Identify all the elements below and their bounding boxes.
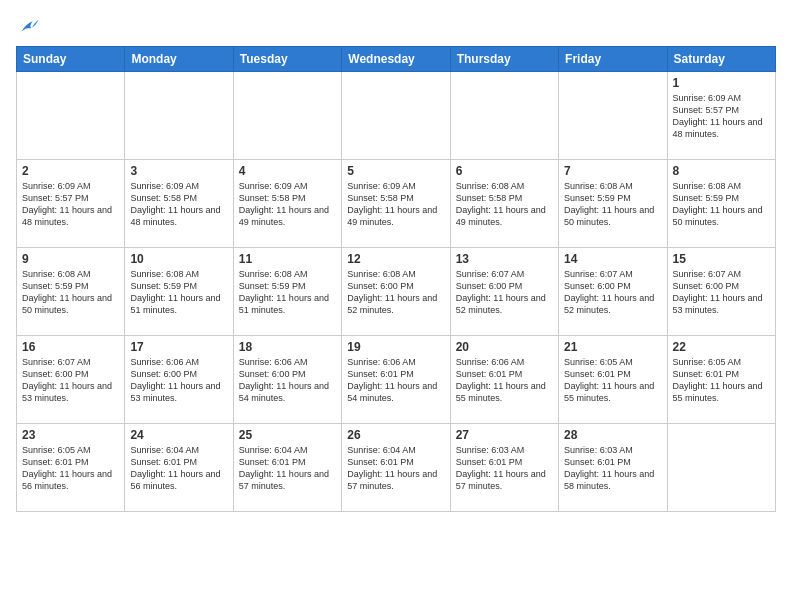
day-number: 13 [456, 252, 553, 266]
calendar-day-cell: 10Sunrise: 6:08 AM Sunset: 5:59 PM Dayli… [125, 248, 233, 336]
calendar-day-cell: 24Sunrise: 6:04 AM Sunset: 6:01 PM Dayli… [125, 424, 233, 512]
calendar-day-cell: 5Sunrise: 6:09 AM Sunset: 5:58 PM Daylig… [342, 160, 450, 248]
calendar-day-cell [342, 72, 450, 160]
day-number: 11 [239, 252, 336, 266]
day-number: 26 [347, 428, 444, 442]
calendar-week-row: 2Sunrise: 6:09 AM Sunset: 5:57 PM Daylig… [17, 160, 776, 248]
day-number: 14 [564, 252, 661, 266]
calendar-header-row: SundayMondayTuesdayWednesdayThursdayFrid… [17, 47, 776, 72]
day-number: 24 [130, 428, 227, 442]
day-info: Sunrise: 6:03 AM Sunset: 6:01 PM Dayligh… [456, 444, 553, 493]
calendar-week-row: 16Sunrise: 6:07 AM Sunset: 6:00 PM Dayli… [17, 336, 776, 424]
calendar-day-cell [559, 72, 667, 160]
calendar-day-cell: 7Sunrise: 6:08 AM Sunset: 5:59 PM Daylig… [559, 160, 667, 248]
day-number: 15 [673, 252, 770, 266]
day-info: Sunrise: 6:06 AM Sunset: 6:00 PM Dayligh… [130, 356, 227, 405]
day-info: Sunrise: 6:08 AM Sunset: 5:59 PM Dayligh… [239, 268, 336, 317]
weekday-header: Thursday [450, 47, 558, 72]
day-number: 1 [673, 76, 770, 90]
page-header [16, 16, 776, 38]
calendar-day-cell: 14Sunrise: 6:07 AM Sunset: 6:00 PM Dayli… [559, 248, 667, 336]
day-number: 10 [130, 252, 227, 266]
calendar-day-cell: 9Sunrise: 6:08 AM Sunset: 5:59 PM Daylig… [17, 248, 125, 336]
day-number: 4 [239, 164, 336, 178]
calendar-day-cell: 3Sunrise: 6:09 AM Sunset: 5:58 PM Daylig… [125, 160, 233, 248]
calendar-day-cell: 23Sunrise: 6:05 AM Sunset: 6:01 PM Dayli… [17, 424, 125, 512]
calendar-day-cell: 16Sunrise: 6:07 AM Sunset: 6:00 PM Dayli… [17, 336, 125, 424]
calendar-day-cell: 22Sunrise: 6:05 AM Sunset: 6:01 PM Dayli… [667, 336, 775, 424]
logo [16, 16, 40, 38]
calendar-week-row: 1Sunrise: 6:09 AM Sunset: 5:57 PM Daylig… [17, 72, 776, 160]
day-info: Sunrise: 6:04 AM Sunset: 6:01 PM Dayligh… [347, 444, 444, 493]
calendar-day-cell: 28Sunrise: 6:03 AM Sunset: 6:01 PM Dayli… [559, 424, 667, 512]
calendar-day-cell: 21Sunrise: 6:05 AM Sunset: 6:01 PM Dayli… [559, 336, 667, 424]
day-info: Sunrise: 6:08 AM Sunset: 5:59 PM Dayligh… [673, 180, 770, 229]
day-number: 3 [130, 164, 227, 178]
day-number: 12 [347, 252, 444, 266]
calendar-day-cell: 20Sunrise: 6:06 AM Sunset: 6:01 PM Dayli… [450, 336, 558, 424]
calendar-day-cell [17, 72, 125, 160]
day-number: 23 [22, 428, 119, 442]
calendar-day-cell: 4Sunrise: 6:09 AM Sunset: 5:58 PM Daylig… [233, 160, 341, 248]
logo-bird-icon [18, 16, 40, 38]
day-info: Sunrise: 6:04 AM Sunset: 6:01 PM Dayligh… [130, 444, 227, 493]
calendar-week-row: 9Sunrise: 6:08 AM Sunset: 5:59 PM Daylig… [17, 248, 776, 336]
calendar-day-cell: 11Sunrise: 6:08 AM Sunset: 5:59 PM Dayli… [233, 248, 341, 336]
calendar-day-cell: 13Sunrise: 6:07 AM Sunset: 6:00 PM Dayli… [450, 248, 558, 336]
day-info: Sunrise: 6:08 AM Sunset: 5:59 PM Dayligh… [22, 268, 119, 317]
day-info: Sunrise: 6:03 AM Sunset: 6:01 PM Dayligh… [564, 444, 661, 493]
day-number: 27 [456, 428, 553, 442]
day-info: Sunrise: 6:07 AM Sunset: 6:00 PM Dayligh… [22, 356, 119, 405]
day-info: Sunrise: 6:09 AM Sunset: 5:58 PM Dayligh… [239, 180, 336, 229]
weekday-header: Monday [125, 47, 233, 72]
calendar-day-cell: 15Sunrise: 6:07 AM Sunset: 6:00 PM Dayli… [667, 248, 775, 336]
weekday-header: Friday [559, 47, 667, 72]
day-info: Sunrise: 6:07 AM Sunset: 6:00 PM Dayligh… [564, 268, 661, 317]
day-number: 22 [673, 340, 770, 354]
day-number: 7 [564, 164, 661, 178]
day-info: Sunrise: 6:06 AM Sunset: 6:00 PM Dayligh… [239, 356, 336, 405]
day-info: Sunrise: 6:08 AM Sunset: 5:59 PM Dayligh… [564, 180, 661, 229]
calendar-day-cell: 19Sunrise: 6:06 AM Sunset: 6:01 PM Dayli… [342, 336, 450, 424]
calendar-day-cell [233, 72, 341, 160]
day-number: 25 [239, 428, 336, 442]
calendar-day-cell: 25Sunrise: 6:04 AM Sunset: 6:01 PM Dayli… [233, 424, 341, 512]
calendar-week-row: 23Sunrise: 6:05 AM Sunset: 6:01 PM Dayli… [17, 424, 776, 512]
day-info: Sunrise: 6:05 AM Sunset: 6:01 PM Dayligh… [564, 356, 661, 405]
calendar-day-cell: 18Sunrise: 6:06 AM Sunset: 6:00 PM Dayli… [233, 336, 341, 424]
day-number: 2 [22, 164, 119, 178]
day-number: 20 [456, 340, 553, 354]
day-info: Sunrise: 6:05 AM Sunset: 6:01 PM Dayligh… [22, 444, 119, 493]
calendar-day-cell: 26Sunrise: 6:04 AM Sunset: 6:01 PM Dayli… [342, 424, 450, 512]
calendar-day-cell [125, 72, 233, 160]
day-info: Sunrise: 6:06 AM Sunset: 6:01 PM Dayligh… [456, 356, 553, 405]
weekday-header: Saturday [667, 47, 775, 72]
calendar-day-cell: 1Sunrise: 6:09 AM Sunset: 5:57 PM Daylig… [667, 72, 775, 160]
calendar-day-cell: 6Sunrise: 6:08 AM Sunset: 5:58 PM Daylig… [450, 160, 558, 248]
calendar-day-cell: 12Sunrise: 6:08 AM Sunset: 6:00 PM Dayli… [342, 248, 450, 336]
day-number: 6 [456, 164, 553, 178]
day-number: 16 [22, 340, 119, 354]
calendar-day-cell [667, 424, 775, 512]
day-info: Sunrise: 6:05 AM Sunset: 6:01 PM Dayligh… [673, 356, 770, 405]
day-number: 18 [239, 340, 336, 354]
calendar-day-cell: 8Sunrise: 6:08 AM Sunset: 5:59 PM Daylig… [667, 160, 775, 248]
day-info: Sunrise: 6:04 AM Sunset: 6:01 PM Dayligh… [239, 444, 336, 493]
day-info: Sunrise: 6:08 AM Sunset: 6:00 PM Dayligh… [347, 268, 444, 317]
calendar-day-cell: 17Sunrise: 6:06 AM Sunset: 6:00 PM Dayli… [125, 336, 233, 424]
day-info: Sunrise: 6:09 AM Sunset: 5:58 PM Dayligh… [347, 180, 444, 229]
day-info: Sunrise: 6:08 AM Sunset: 5:58 PM Dayligh… [456, 180, 553, 229]
calendar-table: SundayMondayTuesdayWednesdayThursdayFrid… [16, 46, 776, 512]
day-info: Sunrise: 6:08 AM Sunset: 5:59 PM Dayligh… [130, 268, 227, 317]
day-info: Sunrise: 6:09 AM Sunset: 5:57 PM Dayligh… [22, 180, 119, 229]
day-info: Sunrise: 6:09 AM Sunset: 5:58 PM Dayligh… [130, 180, 227, 229]
day-number: 19 [347, 340, 444, 354]
day-number: 9 [22, 252, 119, 266]
day-number: 8 [673, 164, 770, 178]
day-info: Sunrise: 6:09 AM Sunset: 5:57 PM Dayligh… [673, 92, 770, 141]
weekday-header: Sunday [17, 47, 125, 72]
day-info: Sunrise: 6:07 AM Sunset: 6:00 PM Dayligh… [456, 268, 553, 317]
calendar-day-cell [450, 72, 558, 160]
weekday-header: Wednesday [342, 47, 450, 72]
weekday-header: Tuesday [233, 47, 341, 72]
